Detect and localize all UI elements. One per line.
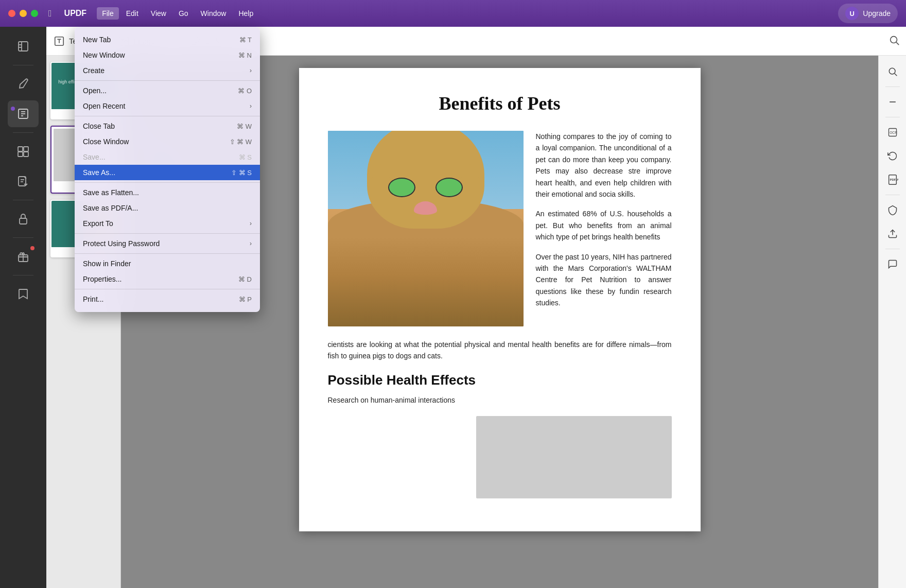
right-protect-button[interactable] bbox=[883, 200, 902, 220]
upgrade-icon: U bbox=[845, 7, 859, 20]
menu-print[interactable]: Print... ⌘ P bbox=[75, 291, 260, 307]
right-convert-button[interactable] bbox=[883, 146, 902, 166]
text-icon bbox=[54, 36, 65, 47]
menu-open-recent-label: Open Recent bbox=[83, 102, 126, 110]
sidebar-item-bookmark[interactable] bbox=[8, 281, 39, 307]
menu-save-shortcut: ⌘ S bbox=[239, 153, 252, 161]
svg-line-25 bbox=[894, 74, 897, 76]
menu-close-tab-shortcut: ⌘ W bbox=[237, 123, 252, 130]
sidebar-item-reader[interactable] bbox=[8, 33, 39, 60]
menu-file[interactable]: File bbox=[97, 7, 119, 20]
svg-point-22 bbox=[891, 36, 897, 43]
menu-export-label: Export To bbox=[83, 219, 113, 228]
sidebar-divider-2 bbox=[13, 132, 33, 133]
sidebar-divider-4 bbox=[13, 237, 33, 238]
right-upload-button[interactable] bbox=[883, 224, 902, 244]
menu-print-shortcut: ⌘ P bbox=[239, 296, 252, 303]
svg-rect-10 bbox=[18, 152, 23, 157]
menu-save-as-shortcut: ⇧ ⌘ S bbox=[231, 169, 252, 177]
menu-section-7: Print... ⌘ P bbox=[75, 289, 260, 309]
menu-close-window[interactable]: Close Window ⇧ ⌘ W bbox=[75, 134, 260, 149]
upgrade-button[interactable]: U Upgrade bbox=[838, 4, 898, 23]
svg-rect-8 bbox=[18, 147, 23, 151]
close-button[interactable] bbox=[8, 10, 15, 17]
right-divider-1 bbox=[885, 87, 900, 87]
menu-new-window-shortcut: ⌘ N bbox=[238, 51, 252, 59]
menu-print-label: Print... bbox=[83, 295, 103, 303]
menu-save-label: Save... bbox=[83, 153, 106, 161]
menu-close-window-shortcut: ⇧ ⌘ W bbox=[230, 138, 252, 146]
menu-save-pdfa-label: Save as PDF/A... bbox=[83, 204, 138, 212]
sidebar-divider-1 bbox=[13, 65, 33, 65]
right-divider-3 bbox=[885, 195, 900, 195]
sidebar-item-edit[interactable] bbox=[8, 100, 39, 127]
menu-create[interactable]: Create › bbox=[75, 63, 260, 78]
menu-save-pdfa[interactable]: Save as PDF/A... bbox=[75, 200, 260, 216]
sidebar-item-protect[interactable] bbox=[8, 205, 39, 232]
right-ocr-button[interactable]: OCR bbox=[883, 123, 902, 142]
menu-save-flatten-label: Save as Flatten... bbox=[83, 188, 139, 197]
app-name: UPDF bbox=[64, 9, 87, 18]
menu-section-1: New Tab ⌘ T New Window ⌘ N Create › bbox=[75, 30, 260, 81]
menu-show-finder-label: Show in Finder bbox=[83, 260, 131, 268]
menu-new-window[interactable]: New Window ⌘ N bbox=[75, 47, 260, 63]
menu-show-finder[interactable]: Show in Finder bbox=[75, 256, 260, 271]
svg-rect-9 bbox=[24, 147, 28, 151]
svg-text:PDF/A: PDF/A bbox=[890, 178, 898, 181]
svg-rect-15 bbox=[20, 218, 27, 224]
right-message-button[interactable] bbox=[883, 254, 902, 274]
sidebar-item-gift[interactable] bbox=[8, 243, 39, 270]
menu-properties-shortcut: ⌘ D bbox=[238, 275, 252, 283]
section-2-heading: Possible Health Effects bbox=[328, 372, 672, 388]
text-column: Nothing compares to the joy of coming to… bbox=[536, 131, 672, 326]
menu-open-recent-arrow: › bbox=[250, 102, 252, 110]
menu-save-as[interactable]: Save As... ⇧ ⌘ S bbox=[75, 165, 260, 180]
file-dropdown-overlay: New Tab ⌘ T New Window ⌘ N Create › Open… bbox=[75, 27, 260, 312]
menu-new-tab[interactable]: New Tab ⌘ T bbox=[75, 32, 260, 47]
menu-new-tab-label: New Tab bbox=[83, 36, 111, 44]
right-search-button[interactable] bbox=[883, 62, 902, 81]
sidebar-item-convert[interactable] bbox=[8, 168, 39, 195]
notification-badge bbox=[30, 246, 34, 250]
menu-section-2: Open... ⌘ O Open Recent › bbox=[75, 81, 260, 116]
menu-edit[interactable]: Edit bbox=[121, 7, 144, 20]
menu-protect-label: Protect Using Password bbox=[83, 239, 160, 248]
menu-view[interactable]: View bbox=[146, 7, 171, 20]
menu-section-5: Protect Using Password › bbox=[75, 234, 260, 254]
menu-export-to[interactable]: Export To › bbox=[75, 216, 260, 231]
menu-new-window-label: New Window bbox=[83, 51, 125, 59]
menu-help[interactable]: Help bbox=[233, 7, 258, 20]
menu-save[interactable]: Save... ⌘ S bbox=[75, 149, 260, 165]
right-pdfa-button[interactable]: PDF/A bbox=[883, 170, 902, 189]
traffic-lights bbox=[8, 10, 38, 17]
search-button[interactable] bbox=[888, 34, 900, 48]
sidebar-divider-3 bbox=[13, 200, 33, 200]
sidebar-item-annotate[interactable] bbox=[8, 71, 39, 97]
menu-export-arrow: › bbox=[250, 220, 252, 227]
menu-window[interactable]: Window bbox=[196, 7, 232, 20]
right-divider-2 bbox=[885, 117, 900, 117]
menu-close-window-label: Close Window bbox=[83, 137, 129, 146]
right-divider-4 bbox=[885, 249, 900, 249]
menu-properties[interactable]: Properties... ⌘ D bbox=[75, 271, 260, 287]
sidebar-item-organize[interactable] bbox=[8, 138, 39, 165]
para-2: An estimated 68% of U.S. households a pe… bbox=[536, 208, 672, 243]
minimize-button[interactable] bbox=[20, 10, 27, 17]
file-dropdown-menu: New Tab ⌘ T New Window ⌘ N Create › Open… bbox=[75, 27, 260, 312]
right-minus-button[interactable] bbox=[883, 92, 902, 112]
upgrade-label: Upgrade bbox=[863, 9, 891, 18]
apple-logo-icon:  bbox=[48, 8, 52, 19]
svg-text:OCR: OCR bbox=[890, 131, 897, 134]
second-image bbox=[476, 416, 672, 498]
svg-rect-11 bbox=[24, 152, 28, 157]
maximize-button[interactable] bbox=[31, 10, 38, 17]
menu-protect-password[interactable]: Protect Using Password › bbox=[75, 236, 260, 251]
menu-open-recent[interactable]: Open Recent › bbox=[75, 98, 260, 114]
menu-save-flatten[interactable]: Save as Flatten... bbox=[75, 185, 260, 200]
cat-image bbox=[328, 131, 524, 326]
menu-close-tab[interactable]: Close Tab ⌘ W bbox=[75, 118, 260, 134]
page-content: Benefits of Pets bbox=[299, 68, 701, 531]
menu-go[interactable]: Go bbox=[173, 7, 194, 20]
menu-open[interactable]: Open... ⌘ O bbox=[75, 83, 260, 98]
svg-line-23 bbox=[896, 42, 899, 45]
